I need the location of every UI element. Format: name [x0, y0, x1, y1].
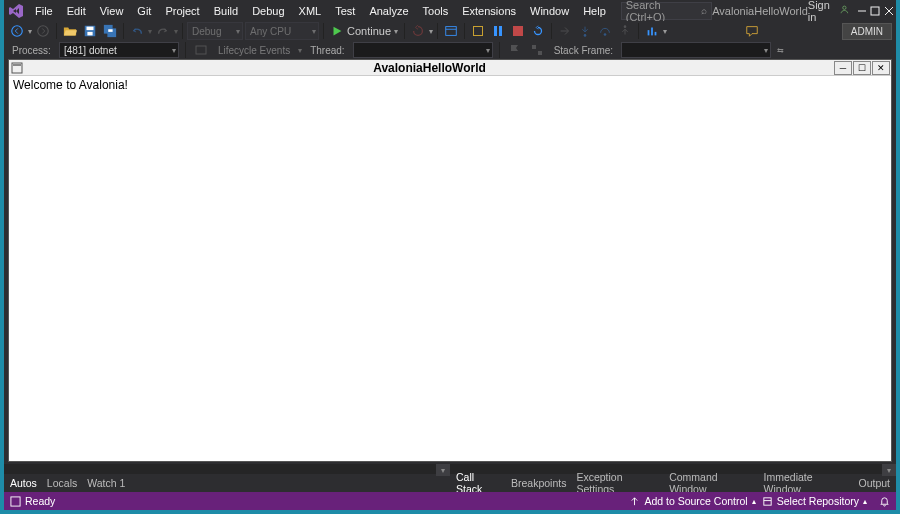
- stack-frame-dropdown[interactable]: [621, 42, 771, 58]
- nav-forward-button: [34, 22, 52, 40]
- tab-breakpoints[interactable]: Breakpoints: [511, 477, 566, 489]
- tab-locals[interactable]: Locals: [47, 477, 77, 489]
- tab-output[interactable]: Output: [858, 477, 890, 489]
- sign-in-link[interactable]: Sign in: [808, 0, 830, 23]
- app-maximize-button[interactable]: ☐: [853, 61, 871, 75]
- svg-point-0: [843, 6, 846, 9]
- search-icon: ⌕: [701, 5, 707, 16]
- app-window-titlebar: AvaloniaHelloWorld ─ ☐ ✕: [9, 60, 891, 76]
- show-next-statement-icon: [556, 22, 574, 40]
- admin-badge: ADMIN: [842, 23, 892, 40]
- person-icon[interactable]: [840, 4, 849, 18]
- config-platform-dropdown[interactable]: Any CPU: [245, 22, 319, 40]
- menu-view[interactable]: View: [93, 3, 131, 19]
- svg-rect-13: [446, 27, 457, 36]
- thread-dropdown[interactable]: [353, 42, 493, 58]
- svg-rect-19: [651, 28, 653, 36]
- select-repository[interactable]: Select Repository ▴: [762, 495, 867, 507]
- stop-icon[interactable]: [509, 22, 527, 40]
- menu-tools[interactable]: Tools: [416, 3, 456, 19]
- redo-icon: [154, 22, 172, 40]
- bottom-right-tabs: Call StackBreakpointsException SettingsC…: [450, 474, 896, 492]
- break-all-icon[interactable]: [469, 22, 487, 40]
- open-file-icon[interactable]: [61, 22, 79, 40]
- feedback-icon[interactable]: [743, 22, 761, 40]
- debug-location-toolbar: Process: [481] dotnet Lifecycle Events ▾…: [4, 41, 896, 59]
- menu-debug[interactable]: Debug: [245, 3, 291, 19]
- svg-rect-26: [11, 496, 20, 505]
- menu-edit[interactable]: Edit: [60, 3, 93, 19]
- continue-button[interactable]: Continue ▾: [328, 22, 400, 40]
- nav-back-button[interactable]: [8, 22, 26, 40]
- scroll-button[interactable]: ▾: [436, 464, 450, 476]
- menu-test[interactable]: Test: [328, 3, 362, 19]
- step-out-icon: [616, 22, 634, 40]
- diagnostic-tools-icon[interactable]: [643, 22, 661, 40]
- search-box[interactable]: Search (Ctrl+Q) ⌕: [621, 2, 712, 20]
- svg-rect-21: [196, 46, 206, 54]
- bottom-left-pane: ▾ AutosLocalsWatch 1: [4, 464, 450, 492]
- bottom-panes: ▾ AutosLocalsWatch 1 ▾ Call StackBreakpo…: [4, 464, 896, 492]
- app-close-button[interactable]: ✕: [872, 61, 890, 75]
- config-debug-dropdown[interactable]: Debug: [187, 22, 243, 40]
- svg-rect-12: [108, 29, 112, 32]
- menu-help[interactable]: Help: [576, 3, 613, 19]
- menu-file[interactable]: File: [28, 3, 60, 19]
- maximize-button[interactable]: [868, 2, 882, 20]
- menu-project[interactable]: Project: [158, 3, 206, 19]
- svg-rect-8: [87, 27, 94, 31]
- close-button[interactable]: [882, 2, 896, 20]
- svg-rect-25: [13, 64, 21, 66]
- solution-title: AvaloniaHelloWorld: [712, 5, 808, 17]
- menu-extensions[interactable]: Extensions: [455, 3, 523, 19]
- threads-icon: [528, 41, 546, 59]
- minimize-button[interactable]: [855, 2, 869, 20]
- app-body: Welcome to Avalonia!: [9, 76, 891, 461]
- save-all-icon[interactable]: [101, 22, 119, 40]
- stack-frame-label: Stack Frame:: [550, 45, 617, 56]
- tab-watch-1[interactable]: Watch 1: [87, 477, 125, 489]
- bottom-right-pane: ▾ Call StackBreakpointsException Setting…: [450, 464, 896, 492]
- pause-icon[interactable]: [489, 22, 507, 40]
- scroll-button[interactable]: ▾: [882, 464, 896, 476]
- app-window-title: AvaloniaHelloWorld: [25, 61, 834, 75]
- notifications-icon[interactable]: [879, 496, 890, 507]
- menu-bar: FileEditViewGitProjectBuildDebugXMLTestA…: [4, 0, 896, 21]
- app-minimize-button[interactable]: ─: [834, 61, 852, 75]
- process-dropdown[interactable]: [481] dotnet: [59, 42, 179, 58]
- process-label: Process:: [8, 45, 55, 56]
- svg-rect-27: [764, 497, 771, 504]
- menu-analyze[interactable]: Analyze: [362, 3, 415, 19]
- menu-build[interactable]: Build: [207, 3, 245, 19]
- vs-logo-icon: [8, 2, 24, 20]
- svg-point-6: [38, 26, 49, 37]
- svg-rect-23: [538, 51, 542, 55]
- svg-point-16: [604, 33, 607, 36]
- svg-rect-20: [655, 32, 657, 36]
- app-window: AvaloniaHelloWorld ─ ☐ ✕ Welcome to Aval…: [8, 59, 892, 462]
- flag-icon: [506, 41, 524, 59]
- status-ready: Ready: [10, 495, 55, 507]
- save-icon[interactable]: [81, 22, 99, 40]
- svg-rect-2: [871, 7, 879, 15]
- add-to-source-control[interactable]: Add to Source Control ▴: [629, 495, 755, 507]
- svg-point-5: [12, 26, 23, 37]
- hot-reload-icon: [409, 22, 427, 40]
- lifecycle-events-icon: [192, 41, 210, 59]
- restart-icon[interactable]: [529, 22, 547, 40]
- menu-git[interactable]: Git: [130, 3, 158, 19]
- svg-point-15: [584, 34, 587, 37]
- lifecycle-label: Lifecycle Events: [214, 45, 294, 56]
- main-toolbar: ▾ ▾ ▾ Debug Any CPU Continue ▾ ▾: [4, 21, 896, 41]
- welcome-text: Welcome to Avalonia!: [13, 78, 128, 92]
- svg-point-17: [624, 25, 627, 28]
- menu-window[interactable]: Window: [523, 3, 576, 19]
- browser-icon[interactable]: [442, 22, 460, 40]
- step-into-icon: [576, 22, 594, 40]
- svg-rect-18: [648, 30, 650, 35]
- menu-xml[interactable]: XML: [292, 3, 329, 19]
- undo-icon: [128, 22, 146, 40]
- tab-autos[interactable]: Autos: [10, 477, 37, 489]
- step-over-icon: [596, 22, 614, 40]
- search-placeholder: Search (Ctrl+Q): [626, 0, 701, 23]
